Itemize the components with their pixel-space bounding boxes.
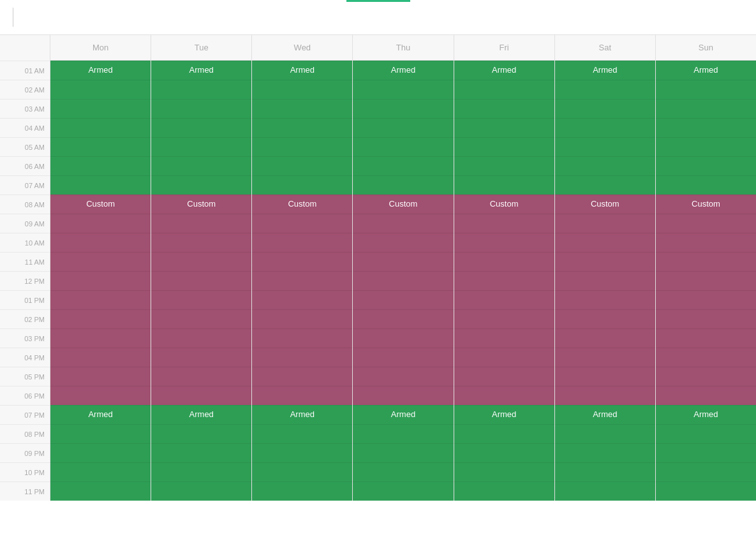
- schedule-cell[interactable]: [353, 328, 453, 348]
- schedule-cell[interactable]: [252, 233, 352, 252]
- schedule-cell[interactable]: [151, 424, 251, 443]
- add-button[interactable]: [36, 15, 49, 20]
- schedule-cell[interactable]: [656, 386, 756, 405]
- schedule-cell[interactable]: [151, 271, 251, 290]
- schedule-cell[interactable]: [252, 175, 352, 195]
- schedule-cell[interactable]: [555, 252, 655, 271]
- schedule-cell[interactable]: [454, 137, 554, 156]
- schedule-cell[interactable]: [151, 156, 251, 175]
- schedule-cell[interactable]: [656, 367, 756, 386]
- schedule-cell[interactable]: [454, 424, 554, 443]
- schedule-cell[interactable]: [555, 214, 655, 233]
- schedule-cell[interactable]: [454, 156, 554, 175]
- schedule-cell[interactable]: [151, 328, 251, 348]
- schedule-cell[interactable]: [50, 367, 151, 386]
- schedule-cell[interactable]: [656, 233, 756, 252]
- schedule-cell[interactable]: [50, 424, 151, 443]
- schedule-cell[interactable]: Armed: [555, 405, 655, 424]
- schedule-cell[interactable]: Armed: [353, 405, 453, 424]
- schedule-cell[interactable]: [656, 214, 756, 233]
- schedule-cell[interactable]: [555, 290, 655, 309]
- schedule-cell[interactable]: [50, 386, 151, 405]
- schedule-cell[interactable]: Armed: [454, 405, 554, 424]
- schedule-cell[interactable]: [656, 482, 756, 501]
- schedule-cell[interactable]: [656, 156, 756, 175]
- schedule-cell[interactable]: Custom: [555, 195, 655, 214]
- schedule-cell[interactable]: Armed: [252, 405, 352, 424]
- schedule-cell[interactable]: [252, 348, 352, 367]
- schedule-cell[interactable]: Custom: [252, 195, 352, 214]
- schedule-cell[interactable]: [353, 309, 453, 328]
- schedule-cell[interactable]: [353, 386, 453, 405]
- schedule-cell[interactable]: [353, 424, 453, 443]
- schedule-cell[interactable]: [252, 271, 352, 290]
- schedule-cell[interactable]: [353, 156, 453, 175]
- schedule-cell[interactable]: [50, 348, 151, 367]
- schedule-cell[interactable]: [656, 118, 756, 137]
- schedule-cell[interactable]: [656, 99, 756, 118]
- schedule-cell[interactable]: [454, 271, 554, 290]
- schedule-cell[interactable]: [151, 443, 251, 462]
- schedule-cell[interactable]: [252, 309, 352, 328]
- schedule-cell[interactable]: [353, 443, 453, 462]
- schedule-cell[interactable]: [151, 367, 251, 386]
- schedule-cell[interactable]: [151, 462, 251, 482]
- schedule-cell[interactable]: Custom: [353, 195, 453, 214]
- schedule-cell[interactable]: Armed: [353, 61, 453, 80]
- schedule-cell[interactable]: [353, 367, 453, 386]
- schedule-cell[interactable]: [50, 328, 151, 348]
- schedule-cell[interactable]: [555, 443, 655, 462]
- schedule-cell[interactable]: [656, 252, 756, 271]
- schedule-cell[interactable]: [353, 80, 453, 99]
- schedule-cell[interactable]: [555, 482, 655, 501]
- schedule-cell[interactable]: [555, 175, 655, 195]
- schedule-cell[interactable]: [454, 175, 554, 195]
- schedule-cell[interactable]: [151, 309, 251, 328]
- schedule-cell[interactable]: Armed: [50, 405, 151, 424]
- schedule-cell[interactable]: [151, 99, 251, 118]
- day-column-sun[interactable]: ArmedCustomArmed: [655, 61, 756, 501]
- day-column-fri[interactable]: ArmedCustomArmed: [454, 61, 554, 501]
- schedule-cell[interactable]: [656, 424, 756, 443]
- schedule-cell[interactable]: [656, 443, 756, 462]
- schedule-cell[interactable]: [353, 252, 453, 271]
- schedule-cell[interactable]: [50, 156, 151, 175]
- schedule-cell[interactable]: [454, 482, 554, 501]
- schedule-cell[interactable]: [353, 99, 453, 118]
- schedule-cell[interactable]: [454, 118, 554, 137]
- schedule-cell[interactable]: [50, 137, 151, 156]
- schedule-cell[interactable]: Armed: [555, 61, 655, 80]
- schedule-cell[interactable]: Armed: [151, 405, 251, 424]
- schedule-cell[interactable]: [151, 252, 251, 271]
- schedule-cell[interactable]: [656, 137, 756, 156]
- day-column-wed[interactable]: ArmedCustomArmed: [251, 61, 352, 501]
- schedule-cell[interactable]: [252, 252, 352, 271]
- schedule-cell[interactable]: [252, 290, 352, 309]
- day-column-sat[interactable]: ArmedCustomArmed: [554, 61, 655, 501]
- schedule-cell[interactable]: [454, 214, 554, 233]
- schedule-cell[interactable]: Armed: [454, 61, 554, 80]
- schedule-cell[interactable]: [252, 443, 352, 462]
- schedule-cell[interactable]: [555, 424, 655, 443]
- schedule-cell[interactable]: [454, 443, 554, 462]
- schedule-cell[interactable]: [50, 482, 151, 501]
- schedule-cell[interactable]: [656, 348, 756, 367]
- schedule-cell[interactable]: [454, 328, 554, 348]
- schedule-cell[interactable]: [50, 233, 151, 252]
- schedule-cell[interactable]: [555, 233, 655, 252]
- schedule-cell[interactable]: Custom: [656, 195, 756, 214]
- schedule-cell[interactable]: [555, 328, 655, 348]
- schedule-cell[interactable]: [252, 424, 352, 443]
- schedule-cell[interactable]: [656, 462, 756, 482]
- schedule-cell[interactable]: [252, 214, 352, 233]
- schedule-cell[interactable]: Armed: [50, 61, 151, 80]
- schedule-cell[interactable]: [50, 99, 151, 118]
- schedule-cell[interactable]: [252, 99, 352, 118]
- schedule-cell[interactable]: [454, 290, 554, 309]
- schedule-cell[interactable]: [454, 367, 554, 386]
- schedule-cell[interactable]: [50, 443, 151, 462]
- schedule-cell[interactable]: [555, 118, 655, 137]
- schedule-cell[interactable]: Armed: [656, 61, 756, 80]
- schedule-cell[interactable]: [252, 367, 352, 386]
- schedule-cell[interactable]: [252, 328, 352, 348]
